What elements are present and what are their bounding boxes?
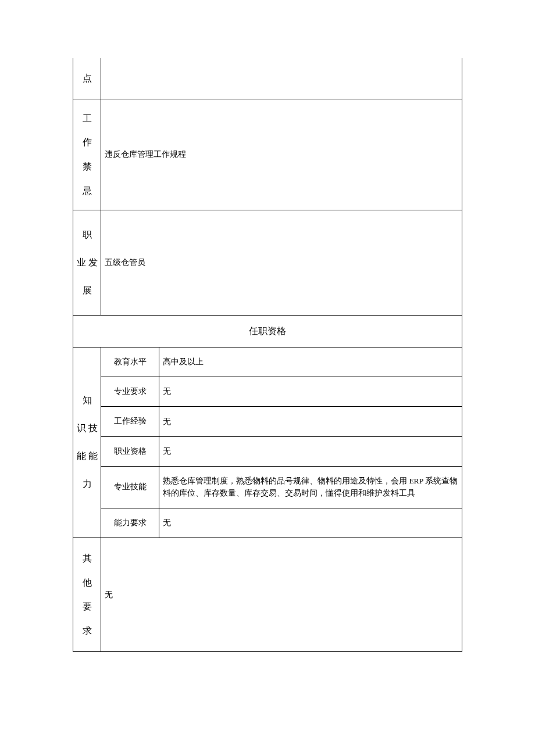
label-text: 职	[83, 221, 92, 249]
table-row: 点	[73, 58, 462, 99]
field-label-cert: 职业资格	[101, 436, 159, 466]
label-text: 其	[83, 546, 92, 571]
label-text: 识 技	[77, 414, 98, 442]
label-text: 展	[83, 277, 92, 304]
qualification-table: 点 工 作 禁 忌 违反仓库管理工作规程 职 业 发 展	[73, 58, 462, 652]
table-row: 职业资格 无	[73, 436, 462, 466]
label-text: 工	[83, 106, 92, 131]
field-value-skills: 熟悉仓库管理制度，熟悉物料的品号规律、物料的用途及特性，会用 ERP 系统查物料…	[159, 467, 462, 508]
label-text: 知	[83, 386, 92, 414]
row-label-other-requirements: 其 他 要 求	[73, 538, 101, 651]
row-value-career-development: 五级仓管员	[101, 210, 462, 316]
label-text: 求	[83, 619, 92, 643]
table-row: 工作经验 无	[73, 407, 462, 436]
table-row: 专业要求 无	[73, 377, 462, 406]
field-value-cert: 无	[159, 436, 462, 466]
section-header-qualifications: 任职资格	[73, 316, 462, 347]
field-label-experience: 工作经验	[101, 407, 159, 436]
field-value-ability: 无	[159, 508, 462, 538]
table-row: 工 作 禁 忌 违反仓库管理工作规程	[73, 99, 462, 210]
row-label-dian: 点	[73, 58, 101, 99]
row-value-empty	[101, 58, 462, 99]
label-text: 业 发	[77, 249, 98, 277]
label-text: 禁	[83, 155, 92, 179]
field-value-education: 高中及以上	[159, 347, 462, 377]
table-row: 专业技能 熟悉仓库管理制度，熟悉物料的品号规律、物料的用途及特性，会用 ERP …	[73, 467, 462, 508]
label-text: 能 能	[77, 442, 98, 470]
row-label-knowledge-ability: 知 识 技 能 能 力	[73, 347, 101, 538]
label-text: 力	[83, 470, 92, 498]
row-value-work-taboo: 违反仓库管理工作规程	[101, 99, 462, 210]
row-value-other-requirements: 无	[101, 538, 462, 651]
field-value-major: 无	[159, 377, 462, 406]
field-label-skills: 专业技能	[101, 467, 159, 508]
row-label-work-taboo: 工 作 禁 忌	[73, 99, 101, 210]
field-label-ability: 能力要求	[101, 508, 159, 538]
label-text: 要	[83, 594, 92, 619]
label-text: 点	[83, 66, 92, 91]
table-row: 能力要求 无	[73, 508, 462, 538]
document-page: 点 工 作 禁 忌 违反仓库管理工作规程 职 业 发 展	[0, 0, 535, 652]
table-row: 其 他 要 求 无	[73, 538, 462, 651]
label-text: 他	[83, 571, 92, 595]
label-text: 作	[83, 130, 92, 155]
table-row: 职 业 发 展 五级仓管员	[73, 210, 462, 316]
label-text: 忌	[83, 179, 92, 203]
table-row: 任职资格	[73, 316, 462, 347]
table-row: 知 识 技 能 能 力 教育水平 高中及以上	[73, 347, 462, 377]
field-label-education: 教育水平	[101, 347, 159, 377]
row-label-career-development: 职 业 发 展	[73, 210, 101, 316]
field-value-experience: 无	[159, 407, 462, 436]
field-label-major: 专业要求	[101, 377, 159, 406]
